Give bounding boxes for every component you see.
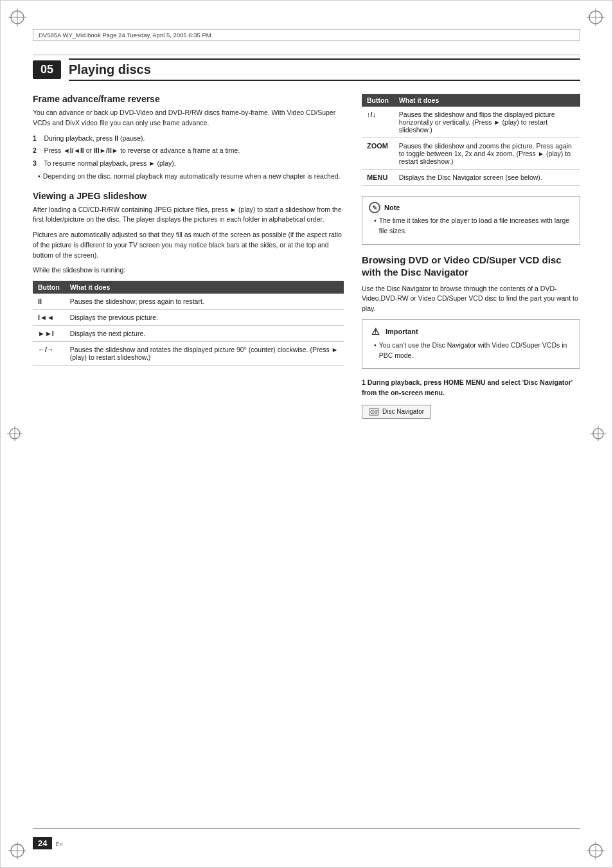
step-1-num: 1 <box>33 134 42 142</box>
two-col-layout: Frame advance/frame reverse You can adva… <box>33 94 580 428</box>
note-text: The time it takes for the player to load… <box>379 216 573 236</box>
btn-next: ►►I <box>33 326 65 342</box>
corner-decoration-tl <box>6 6 29 29</box>
table-row: MENU Displays the Disc Navigator screen … <box>362 170 580 186</box>
right-button-table: Button What it does ↑/↓ Pauses the slide… <box>362 94 580 186</box>
bullet-text: Depending on the disc, normal playback m… <box>43 172 341 182</box>
disc-nav-icon <box>369 407 379 416</box>
note-box: ✎ Note • The time it takes for the playe… <box>362 196 580 245</box>
filepath-bar: DV585A WY_Mid.book Page 24 Tuesday, Apri… <box>33 29 580 41</box>
btn-pause: II <box>33 294 65 310</box>
jpeg-slideshow-title: Viewing a JPEG slideshow <box>33 191 344 201</box>
page-number-area: 24 En <box>33 837 63 849</box>
jpeg-body2: Pictures are automatically adjusted so t… <box>33 230 344 260</box>
step-3: 3 To resume normal playback, press ► (pl… <box>33 159 344 169</box>
browsing-title: Browsing DVD or Video CD/Super VCD disc … <box>362 254 580 279</box>
note-icon: ✎ <box>369 202 380 213</box>
right-table-head: Button What it does <box>362 94 580 107</box>
page-number: 24 <box>33 837 52 849</box>
action-zoom: Pauses the slideshow and zooms the pictu… <box>394 138 580 170</box>
step-1: 1 During playback, press II (pause). <box>33 134 344 144</box>
note-header: ✎ Note <box>369 202 573 213</box>
jpeg-button-table: Button What it does II Pauses the slides… <box>33 281 344 366</box>
left-column: Frame advance/frame reverse You can adva… <box>33 94 344 428</box>
step-2-num: 2 <box>33 146 42 154</box>
action-prev: Displays the previous picture. <box>65 310 344 326</box>
jpeg-table-head: Button What it does <box>33 281 344 294</box>
browsing-step-1-text: 1 During playback, press HOME MENU and s… <box>362 378 573 396</box>
right-table-body: ↑/↓ Pauses the slideshow and flips the d… <box>362 107 580 186</box>
col-button-left: Button <box>33 281 65 294</box>
corner-decoration-br <box>584 839 607 862</box>
svg-point-20 <box>372 411 373 412</box>
step-2: 2 Press ◄I/◄II or III►/II► to reverse or… <box>33 146 344 156</box>
mid-crosshair-right <box>589 425 607 444</box>
table-row: II Pauses the slideshow; press again to … <box>33 294 344 310</box>
table-row: ↑/↓ Pauses the slideshow and flips the d… <box>362 107 580 138</box>
col-action-left: What it does <box>65 281 344 294</box>
disc-nav-label: Disc Navigator <box>382 408 424 415</box>
chapter-title: Playing discs <box>69 58 580 81</box>
frame-advance-body: You can advance or back up DVD-Video and… <box>33 108 344 128</box>
step-2-text: Press ◄I/◄II or III►/II► to reverse or a… <box>44 146 240 154</box>
filepath-text: DV585A WY_Mid.book Page 24 Tuesday, Apri… <box>39 31 211 39</box>
important-text: You can't use the Disc Navigator with Vi… <box>379 341 573 361</box>
action-flip: Pauses the slideshow and flips the displ… <box>394 107 580 138</box>
jpeg-body3: While the slideshow is running: <box>33 265 344 276</box>
chapter-header: 05 Playing discs <box>33 58 580 81</box>
step-3-text: To resume normal playback, press ► (play… <box>44 159 175 167</box>
step-3-num: 3 <box>33 159 42 167</box>
bullet-dot: • <box>38 172 40 182</box>
mid-crosshair-left <box>6 425 24 444</box>
btn-flip: ↑/↓ <box>362 107 394 138</box>
action-rotate: Pauses the slideshow and rotates the dis… <box>65 342 344 366</box>
important-icon: ⚠ <box>369 325 382 338</box>
disc-navigator-button[interactable]: Disc Navigator <box>362 405 431 419</box>
browsing-body: Use the Disc Navigator to browse through… <box>362 284 580 314</box>
page: DV585A WY_Mid.book Page 24 Tuesday, Apri… <box>0 0 613 868</box>
btn-rotate: ←/→ <box>33 342 65 366</box>
action-pause: Pauses the slideshow; press again to res… <box>65 294 344 310</box>
important-label: Important <box>386 328 418 335</box>
btn-menu: MENU <box>362 170 394 186</box>
right-column: Button What it does ↑/↓ Pauses the slide… <box>362 94 580 428</box>
jpeg-slideshow-section: Viewing a JPEG slideshow After loading a… <box>33 191 344 366</box>
top-divider <box>33 55 580 55</box>
col-action-right: What it does <box>394 94 580 107</box>
important-text-item: • You can't use the Disc Navigator with … <box>369 341 573 361</box>
step-1-text: During playback, press II (pause). <box>44 134 145 142</box>
note-text-item: • The time it takes for the player to lo… <box>369 216 573 236</box>
important-bullet-dot: • <box>374 341 377 361</box>
bottom-divider <box>33 828 580 829</box>
col-button-right: Button <box>362 94 394 107</box>
corner-decoration-tr <box>584 6 607 29</box>
jpeg-table-body: II Pauses the slideshow; press again to … <box>33 294 344 366</box>
important-header: ⚠ Important <box>369 325 573 338</box>
main-content: 05 Playing discs Frame advance/frame rev… <box>33 58 580 816</box>
action-next: Displays the next picture. <box>65 326 344 342</box>
frame-advance-bullet: • Depending on the disc, normal playback… <box>33 172 344 182</box>
chapter-number: 05 <box>33 60 61 79</box>
browsing-step-1: 1 During playback, press HOME MENU and s… <box>362 378 580 398</box>
page-lang: En <box>56 841 63 847</box>
table-row: ZOOM Pauses the slideshow and zooms the … <box>362 138 580 170</box>
table-row: ←/→ Pauses the slideshow and rotates the… <box>33 342 344 366</box>
table-row: ►►I Displays the next picture. <box>33 326 344 342</box>
action-menu: Displays the Disc Navigator screen (see … <box>394 170 580 186</box>
jpeg-body1: After loading a CD/CD-R/RW containing JP… <box>33 205 344 226</box>
note-label: Note <box>384 204 400 211</box>
corner-decoration-bl <box>6 839 29 862</box>
frame-advance-section: Frame advance/frame reverse You can adva… <box>33 94 344 182</box>
important-box: ⚠ Important • You can't use the Disc Nav… <box>362 319 580 369</box>
note-bullet-dot: • <box>374 216 377 236</box>
btn-prev: I◄◄ <box>33 310 65 326</box>
frame-advance-title: Frame advance/frame reverse <box>33 94 344 104</box>
btn-zoom: ZOOM <box>362 138 394 170</box>
table-row: I◄◄ Displays the previous picture. <box>33 310 344 326</box>
browsing-section: Browsing DVD or Video CD/Super VCD disc … <box>362 254 580 419</box>
